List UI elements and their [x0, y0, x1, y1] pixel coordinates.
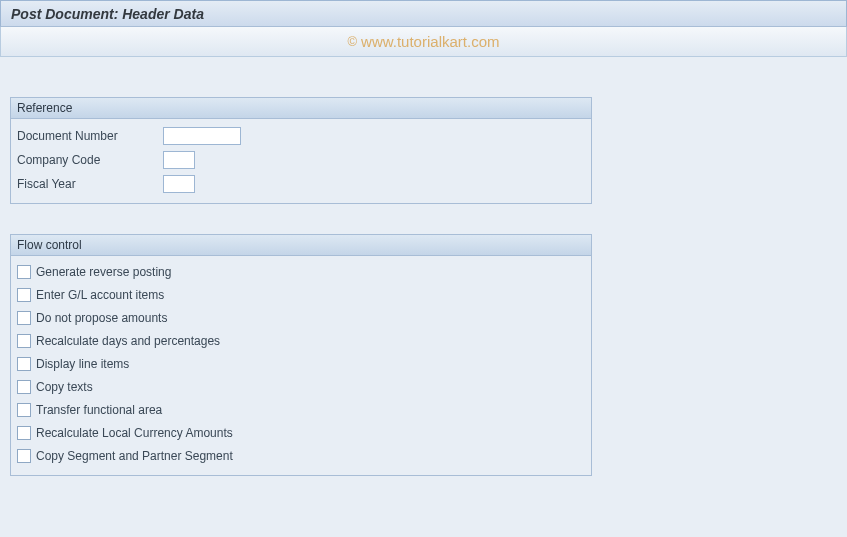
reference-body: Document Number Company Code Fiscal Year — [11, 119, 591, 203]
label-fiscal-year: Fiscal Year — [15, 177, 163, 191]
check-row-generate-reverse-posting: Generate reverse posting — [15, 262, 587, 281]
checkbox-generate-reverse-posting[interactable] — [17, 265, 31, 279]
check-row-display-line-items: Display line items — [15, 354, 587, 373]
flow-control-group: Flow control Generate reverse posting En… — [10, 234, 592, 476]
checkbox-label: Copy Segment and Partner Segment — [36, 449, 233, 463]
label-company-code: Company Code — [15, 153, 163, 167]
input-document-number[interactable] — [163, 127, 241, 145]
page-title: Post Document: Header Data — [11, 6, 204, 22]
checkbox-label: Display line items — [36, 357, 129, 371]
check-row-do-not-propose-amounts: Do not propose amounts — [15, 308, 587, 327]
check-row-transfer-functional-area: Transfer functional area — [15, 400, 587, 419]
input-fiscal-year[interactable] — [163, 175, 195, 193]
check-row-recalculate-local-currency: Recalculate Local Currency Amounts — [15, 423, 587, 442]
reference-group: Reference Document Number Company Code F… — [10, 97, 592, 204]
checkbox-recalculate-local-currency[interactable] — [17, 426, 31, 440]
checkbox-label: Do not propose amounts — [36, 311, 167, 325]
title-bar: Post Document: Header Data — [0, 0, 847, 27]
checkbox-copy-segment[interactable] — [17, 449, 31, 463]
checkbox-label: Recalculate days and percentages — [36, 334, 220, 348]
content-area: Reference Document Number Company Code F… — [0, 57, 847, 516]
reference-header: Reference — [11, 98, 591, 119]
check-row-copy-segment: Copy Segment and Partner Segment — [15, 446, 587, 465]
checkbox-label: Transfer functional area — [36, 403, 162, 417]
check-row-recalculate-days-percentages: Recalculate days and percentages — [15, 331, 587, 350]
checkbox-label: Generate reverse posting — [36, 265, 171, 279]
checkbox-label: Enter G/L account items — [36, 288, 164, 302]
checkbox-label: Recalculate Local Currency Amounts — [36, 426, 233, 440]
checkbox-label: Copy texts — [36, 380, 93, 394]
checkbox-display-line-items[interactable] — [17, 357, 31, 371]
label-document-number: Document Number — [15, 129, 163, 143]
row-document-number: Document Number — [15, 125, 587, 146]
toolbar-strip: © www.tutorialkart.com — [0, 27, 847, 57]
flow-control-body: Generate reverse posting Enter G/L accou… — [11, 256, 591, 475]
checkbox-do-not-propose-amounts[interactable] — [17, 311, 31, 325]
input-company-code[interactable] — [163, 151, 195, 169]
check-row-enter-gl-account-items: Enter G/L account items — [15, 285, 587, 304]
watermark-copyright: © — [348, 34, 358, 49]
check-row-copy-texts: Copy texts — [15, 377, 587, 396]
flow-control-header: Flow control — [11, 235, 591, 256]
row-company-code: Company Code — [15, 149, 587, 170]
checkbox-recalculate-days-percentages[interactable] — [17, 334, 31, 348]
row-fiscal-year: Fiscal Year — [15, 173, 587, 194]
checkbox-transfer-functional-area[interactable] — [17, 403, 31, 417]
checkbox-copy-texts[interactable] — [17, 380, 31, 394]
watermark-text: www.tutorialkart.com — [361, 33, 499, 50]
checkbox-enter-gl-account-items[interactable] — [17, 288, 31, 302]
